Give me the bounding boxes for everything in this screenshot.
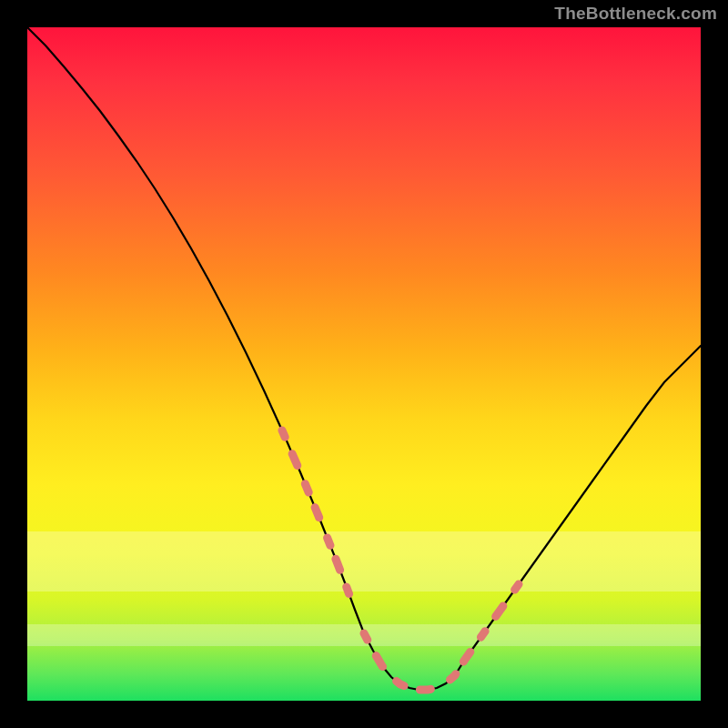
watermark-text: TheBottleneck.com [554, 4, 717, 24]
plot-area [27, 27, 701, 701]
bottleneck-curve [27, 27, 701, 690]
curve-svg [27, 27, 701, 701]
curve-marker-right [364, 584, 519, 690]
chart-stage: TheBottleneck.com [0, 0, 728, 728]
